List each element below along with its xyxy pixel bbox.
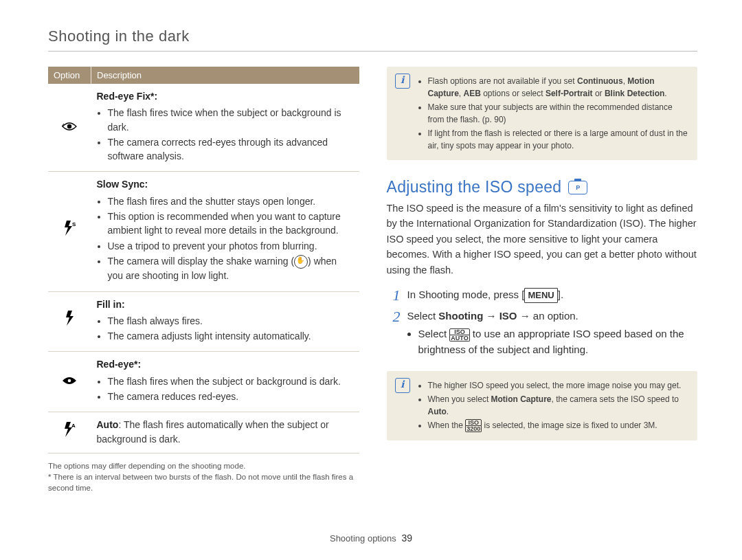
flash-options-table: Option Description Red-eye Fix*: The fla… (48, 67, 359, 453)
note-item: The higher ISO speed you select, the mor… (428, 379, 688, 392)
footer-label: Shooting options (330, 533, 396, 544)
camera-manual-page: Shooting in the dark Option Description … (0, 0, 742, 560)
svg-point-2 (68, 379, 71, 383)
step-1: 1 In Shooting mode, press [MENU]. (387, 287, 698, 304)
auto-flash-icon: A (48, 412, 91, 453)
iso-auto-icon: ISOAUTO (449, 328, 469, 341)
bullet-list: The flash fires twice when the subject o… (97, 106, 354, 163)
menu-button-label: MENU (524, 288, 557, 303)
two-column-layout: Option Description Red-eye Fix*: The fla… (48, 67, 697, 493)
iso-3200-icon: ISO3200 (465, 419, 482, 432)
horizontal-rule (48, 51, 697, 52)
bullet-list: The flash fires when the subject or back… (97, 374, 354, 404)
iso-description: The ISO speed is the measure of a film's… (387, 201, 698, 278)
list-item: The camera corrects red-eyes through its… (108, 135, 354, 164)
note-item: When the ISO3200 is selected, the image … (428, 419, 688, 432)
option-description: Fill in: The flash always fires. The cam… (91, 291, 359, 352)
fine-print-line: * There is an interval between two burst… (48, 471, 359, 493)
mode-badge-letter: P (576, 184, 580, 191)
sub-bullet-list: Select ISOAUTO to use an appropriate ISO… (407, 326, 698, 357)
list-item: Use a tripod to prevent your photos from… (108, 239, 354, 253)
table-header-description: Description (91, 67, 359, 84)
section-title: Shooting in the dark (48, 27, 697, 45)
note-list: The higher ISO speed you select, the mor… (418, 379, 688, 432)
list-item: The flash always fires. (108, 314, 354, 328)
list-item: This option is recommended when you want… (108, 210, 354, 238)
option-name: Auto (97, 419, 119, 430)
option-description: Slow Sync: The flash fires and the shutt… (91, 172, 359, 291)
step-body: In Shooting mode, press [MENU]. (407, 287, 698, 304)
svg-text:A: A (71, 423, 76, 429)
fine-print: The options may differ depending on the … (48, 460, 359, 493)
option-description: Red-eye Fix*: The flash fires twice when… (91, 84, 359, 172)
sub-bullet-item: Select ISOAUTO to use an appropriate ISO… (418, 326, 698, 357)
redeye-fix-icon (48, 84, 91, 172)
slow-sync-icon: S (48, 172, 91, 291)
note-list: Flash options are not available if you s… (418, 75, 688, 152)
option-description: Red-eye*: The flash fires when the subje… (91, 352, 359, 412)
left-column: Option Description Red-eye Fix*: The fla… (48, 67, 359, 493)
page-number: 39 (401, 533, 412, 544)
svg-point-0 (67, 124, 71, 128)
note-icon: ℹ (395, 74, 410, 89)
bullet-list: The flash always fires. The camera adjus… (97, 314, 354, 344)
step-body: Select Shooting → ISO → an option. Selec… (407, 309, 698, 359)
fill-in-icon (48, 291, 91, 352)
iso-note-box: ℹ The higher ISO speed you select, the m… (387, 371, 698, 440)
step-2: 2 Select Shooting → ISO → an option. Sel… (387, 309, 698, 359)
note-item: Make sure that your subjects are within … (428, 101, 688, 126)
page-footer: Shooting options 39 (0, 533, 742, 544)
table-row: A Auto: The flash fires automatically wh… (48, 412, 359, 453)
bullet-list: The flash fires and the shutter stays op… (97, 194, 354, 283)
step-text-pre: In Shooting mode, press [ (407, 289, 525, 300)
red-eye-icon (48, 352, 91, 412)
step-text-post: ]. (558, 289, 563, 300)
table-header-row: Option Description (48, 67, 359, 84)
shake-warning-icon (294, 255, 308, 269)
option-description: Auto: The flash fires automatically when… (91, 412, 359, 453)
flash-note-box: ℹ Flash options are not available if you… (387, 67, 698, 160)
list-item: The flash fires and the shutter stays op… (108, 194, 354, 208)
note-icon: ℹ (395, 378, 410, 393)
option-inline-text: : The flash fires automatically when the… (97, 419, 329, 444)
iso-heading-text: Adjusting the ISO speed (387, 178, 562, 197)
step-text-pre: Select (407, 310, 439, 322)
option-name: Slow Sync: (97, 179, 148, 190)
table-row: Red-eye*: The flash fires when the subje… (48, 352, 359, 412)
option-name: Red-eye*: (97, 359, 142, 370)
iso-heading: Adjusting the ISO speed P (387, 178, 698, 197)
mode-badge-icon: P (568, 181, 587, 194)
step-text-post: → an option. (517, 310, 578, 322)
step-text-bold: Shooting → ISO (438, 310, 517, 322)
list-item: The flash fires twice when the subject o… (108, 106, 354, 134)
option-name: Fill in: (97, 299, 125, 310)
svg-text:S: S (72, 221, 76, 227)
table-header-option: Option (48, 67, 91, 84)
note-item: Flash options are not available if you s… (428, 75, 688, 100)
list-item: The camera adjusts light intensity autom… (108, 329, 354, 343)
table-row: Fill in: The flash always fires. The cam… (48, 291, 359, 352)
note-item: If light from the flash is relected or t… (428, 127, 688, 152)
list-item: The camera reduces red-eyes. (108, 390, 354, 403)
option-name: Red-eye Fix*: (97, 91, 158, 102)
note-item: When you select Motion Capture, the came… (428, 393, 688, 418)
step-number: 1 (387, 287, 401, 304)
sub-text-pre: Select (418, 328, 450, 339)
fine-print-line: The options may differ depending on the … (48, 460, 359, 471)
table-row: Red-eye Fix*: The flash fires twice when… (48, 84, 359, 172)
list-item: The flash fires when the subject or back… (108, 374, 354, 388)
list-item: The camera will display the shake warnin… (108, 254, 354, 283)
step-number: 2 (387, 309, 401, 359)
table-row: S Slow Sync: The flash fires and the shu… (48, 172, 359, 291)
right-column: ℹ Flash options are not available if you… (387, 67, 698, 493)
